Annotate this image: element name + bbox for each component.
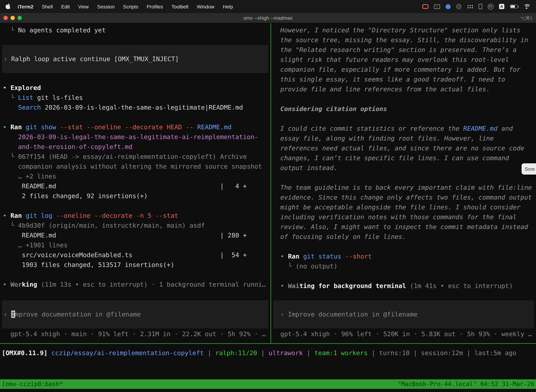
- text-segment: git status: [303, 252, 341, 260]
- text-segment: Ran: [10, 123, 22, 131]
- screen-recording-icon[interactable]: [422, 4, 428, 9]
- terminal-line: might be acceptable alongside the file l…: [271, 202, 536, 212]
- wifi-icon[interactable]: [523, 4, 530, 9]
- blue-app-icon[interactable]: [446, 4, 450, 9]
- blank-line: [271, 271, 536, 281]
- ralph-status-panel[interactable]: › Ralph loop active continue [OMX_TMUX_I…: [2, 45, 268, 73]
- text-segment: git ls-files: [33, 94, 83, 101]
- terminal-line: Search 2026-03-09-is-legal-the-same-as-l…: [0, 103, 270, 112]
- terminal-line: … +1901 lines: [0, 240, 270, 250]
- device-icon[interactable]: [479, 4, 482, 9]
- terminal-line: and-the-erosion-of-copyleft.md: [0, 142, 270, 152]
- prompt-input-panel[interactable]: › Improve documentation in @filename: [2, 300, 268, 328]
- text-segment: slight risk that future readers may over…: [280, 56, 509, 63]
- text-segment: 1903 files changed, 513517 insertions(+): [3, 261, 174, 268]
- menu-item-view[interactable]: View: [74, 4, 93, 9]
- omx-status-line: [OMX#0.11.9] cczip/essay/ai-reimplementa…: [0, 348, 536, 358]
- terminal-line: evidence. Since this change only affects…: [271, 192, 536, 202]
- dots-grid-icon[interactable]: [467, 5, 473, 9]
- menu-item-window[interactable]: Window: [193, 4, 219, 9]
- menu-item-help[interactable]: Help: [219, 4, 237, 9]
- text-segment: gpt-5.4 xhigh · 96% left · 520K in · 5.8…: [280, 330, 532, 338]
- blank-line: [271, 114, 536, 124]
- close-button[interactable]: [4, 16, 8, 20]
- prompt-input-panel[interactable]: › Improve documentation in @filename: [273, 300, 534, 328]
- waiting-status-line: • Waiting for background terminal (1m 41…: [271, 281, 536, 291]
- text-segment: List: [18, 94, 34, 101]
- terminal-line: The team guideline is to back every impo…: [271, 183, 536, 192]
- text-segment: [299, 252, 303, 260]
- text-segment: [OMX#0.11.9]: [2, 349, 48, 356]
- minimize-button[interactable]: [10, 16, 15, 20]
- text-segment: [163, 123, 167, 131]
- menu-item-toolbelt[interactable]: Toolbelt: [167, 4, 193, 9]
- terminal-line: of focusing solely on file lines.: [271, 232, 536, 242]
- blank-line: [0, 73, 270, 83]
- terminal-line: … +2 lines: [0, 171, 270, 181]
- text-segment: However, I noticed the "Directory Struct…: [280, 26, 520, 34]
- text-segment: (11m 13s • esc to interrupt) · 1 backgro…: [37, 281, 266, 288]
- menu-item-edit[interactable]: Edit: [57, 4, 74, 9]
- text-segment: •: [280, 252, 288, 260]
- text-segment: including verification notes with those …: [280, 213, 517, 221]
- text-segment: ›: [280, 311, 288, 318]
- text-segment: •: [3, 84, 10, 91]
- text-segment: essay file, along with finding root file…: [280, 135, 494, 142]
- text-segment: this single essay, it seems like a good …: [280, 75, 505, 83]
- terminal-pane-right: However, I noticed the "Directory Struct…: [271, 23, 536, 343]
- text-segment: └ (no output): [280, 262, 337, 270]
- battery-percentage-icon[interactable]: 61: [488, 4, 493, 9]
- menu-item-scripts[interactable]: Scripts: [119, 4, 143, 9]
- text-segment: king: [22, 281, 37, 288]
- terminal-line: including verification notes with those …: [271, 212, 536, 222]
- text-segment: └: [3, 26, 18, 34]
- keyboard-icon[interactable]: [434, 5, 440, 9]
- menu-app-name[interactable]: iTerm2: [13, 4, 38, 9]
- input-source-icon[interactable]: A: [499, 4, 504, 9]
- blank-line: [271, 242, 536, 252]
- text-segment: [48, 349, 51, 356]
- text-segment: team:1 workers: [314, 349, 368, 356]
- text-segment: [341, 252, 345, 260]
- text-segment: README.md: [197, 123, 232, 131]
- text-segment: └: [3, 94, 18, 101]
- text-segment: (1m 41s • esc to interrupt): [406, 282, 513, 289]
- menubar-status-icons: 61 A: [422, 4, 531, 9]
- text-segment: ›: [4, 311, 11, 318]
- text-segment: I could cite commit statistics or refere…: [280, 125, 463, 132]
- terminal-line: └ List git ls-files: [0, 93, 270, 103]
- terminal-line: └ (no output): [271, 261, 536, 271]
- text-segment: Wai: [288, 282, 299, 289]
- apple-menu[interactable]: [5, 3, 13, 10]
- terminal-line: I could cite commit statistics or refere…: [271, 124, 536, 134]
- screenshot-thumbnail[interactable]: Scre: [522, 163, 536, 175]
- text-segment: references need actual files, and since …: [280, 144, 524, 152]
- dark-app-icon[interactable]: [456, 4, 461, 9]
- terminal-line: └ 067f154 (HEAD -> essay/ai-reimplementa…: [0, 152, 270, 162]
- battery-icon[interactable]: [510, 5, 518, 9]
- blank-line: [271, 94, 536, 104]
- text-segment: --short: [345, 252, 372, 260]
- zoom-button[interactable]: [18, 16, 22, 20]
- terminal-line: provide file and line references from th…: [271, 84, 536, 94]
- terminal-line: └ No agents completed yet: [0, 25, 270, 35]
- terminal-line: • Ran git log --oneline --decorate -n 5 …: [0, 211, 270, 221]
- terminal-line: src/voice/voiceModeEnabled.ts | 54 +: [0, 250, 270, 260]
- text-segment: the "Related research writing" section i…: [280, 46, 517, 53]
- pane-status-line: gpt-5.4 xhigh · main · 91% left · 2.31M …: [0, 329, 270, 339]
- text-segment: └ 067f154 (HEAD -> essay/ai-reimplementa…: [3, 153, 247, 160]
- blank-line: [0, 201, 270, 211]
- working-status-line: • Working (11m 13s • esc to interrupt) ·…: [0, 280, 270, 289]
- text-segment: Considering citation options: [280, 105, 387, 112]
- prompt-text: › Ralph loop active continue [OMX_TMUX_I…: [2, 54, 268, 64]
- menu-item-profiles[interactable]: Profiles: [143, 4, 167, 9]
- window-titlebar: omx --xhigh --madmax ⌥⌘1: [0, 13, 536, 23]
- pane-status-line: gpt-5.4 xhigh · 96% left · 520K in · 5.8…: [271, 329, 536, 339]
- text-segment: review. Also, I might want to inspect th…: [280, 223, 528, 230]
- text-segment: | turns:10 | session:12m | last:5m ago: [368, 349, 516, 356]
- menu-item-shell[interactable]: Shell: [38, 4, 57, 9]
- terminal-line: 1903 files changed, 513517 insertions(+): [0, 260, 270, 270]
- text-segment: --stat --oneline --decorate: [60, 123, 163, 131]
- menu-item-session[interactable]: Session: [93, 4, 119, 9]
- terminal-line: the "Related research writing" section i…: [271, 45, 536, 55]
